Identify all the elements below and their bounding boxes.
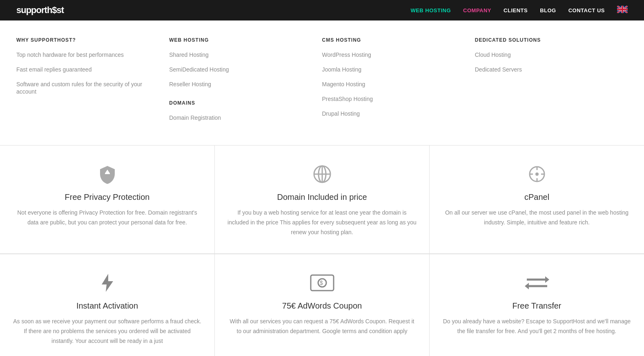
why-link-3[interactable]: Software and custom rules for the securi… <box>16 81 142 95</box>
activation-title: Instant Activation <box>12 301 202 311</box>
nav-item-blog[interactable]: BLOG <box>540 7 556 14</box>
col-why-title: WHY SUPPORTHOST? <box>16 37 161 43</box>
cms-link-1[interactable]: WordPress Hosting <box>322 51 371 58</box>
col-web-title: WEB HOSTING <box>169 37 314 43</box>
feature-card-privacy: Free Privacy Protection Not everyone is … <box>0 145 215 254</box>
features-row-2: Instant Activation As soon as we receive… <box>0 254 644 356</box>
flag-icon <box>617 6 628 13</box>
domain-title: Domain Included in price <box>227 193 417 202</box>
nav-item-contact[interactable]: CONTACT US <box>568 7 605 14</box>
why-link-1[interactable]: Top notch hardware for best performances <box>16 51 124 58</box>
col-dedicated-title: DEDICATED SOLUTIONS <box>475 37 619 43</box>
activation-desc: As soon as we receive your payment our s… <box>12 317 202 346</box>
list-item: SemiDedicated Hosting <box>169 66 314 73</box>
transfer-desc: Do you already have a website? Escape to… <box>442 317 632 336</box>
svg-marker-16 <box>545 276 549 283</box>
cpanel-desc: On all our server we use cPanel, the mos… <box>442 208 632 228</box>
domains-link-1[interactable]: Domain Registration <box>169 114 221 121</box>
feature-card-cpanel: cPanel On all our server we use cPanel, … <box>430 145 644 254</box>
list-item: Top notch hardware for best performances <box>16 51 161 58</box>
logo[interactable]: supporth$st <box>16 5 64 16</box>
dropdown-col-cms: CMS HOSTING WordPress Hosting Joomla Hos… <box>322 37 475 129</box>
nav-link-contact[interactable]: CONTACT US <box>568 7 605 13</box>
list-item: Joomla Hosting <box>322 66 467 73</box>
col-dedicated-list: Cloud Hosting Dedicated Servers <box>475 51 619 73</box>
money-icon: $ <box>227 271 417 295</box>
nav-flag[interactable] <box>617 6 628 15</box>
web-link-1[interactable]: Shared Hosting <box>169 51 209 58</box>
why-link-2[interactable]: Fast email replies guaranteed <box>16 66 91 73</box>
cms-link-2[interactable]: Joomla Hosting <box>322 66 362 73</box>
domains-section: DOMAINS Domain Registration <box>169 100 314 121</box>
svg-point-6 <box>535 172 539 176</box>
navbar: supporth$st WEB HOSTING COMPANY CLIENTS … <box>0 0 644 20</box>
feature-card-activation: Instant Activation As soon as we receive… <box>0 254 215 356</box>
list-item: Software and custom rules for the securi… <box>16 81 161 95</box>
col-why-list: Top notch hardware for best performances… <box>16 51 161 95</box>
nav-link-blog[interactable]: BLOG <box>540 7 556 13</box>
privacy-desc: Not everyone is offering Privacy Protect… <box>12 208 202 228</box>
col-cms-list: WordPress Hosting Joomla Hosting Magento… <box>322 51 467 117</box>
list-item: Reseller Hosting <box>169 81 314 88</box>
dropdown-col-why: WHY SUPPORTHOST? Top notch hardware for … <box>16 37 169 129</box>
nav-link-company[interactable]: COMPANY <box>463 7 491 13</box>
col-cms-title: CMS HOSTING <box>322 37 467 43</box>
list-item: Fast email replies guaranteed <box>16 66 161 73</box>
web-link-3[interactable]: Reseller Hosting <box>169 81 211 87</box>
nav-link-clients[interactable]: CLIENTS <box>504 7 528 13</box>
transfer-icon <box>442 271 632 295</box>
adwords-desc: With all our services you can request a … <box>227 317 417 336</box>
list-item: PrestaShop Hosting <box>322 95 467 103</box>
cms-link-3[interactable]: Magento Hosting <box>322 81 365 87</box>
domains-list: Domain Registration <box>169 114 314 121</box>
nav-link-web-hosting[interactable]: WEB HOSTING <box>410 7 451 13</box>
svg-marker-18 <box>525 283 529 289</box>
feature-card-transfer: Free Transfer Do you already have a webs… <box>430 254 644 356</box>
list-item: Shared Hosting <box>169 51 314 58</box>
shield-icon <box>12 162 202 186</box>
list-item: Drupal Hosting <box>322 110 467 117</box>
nav-item-clients[interactable]: CLIENTS <box>504 7 528 14</box>
svg-marker-11 <box>102 274 113 292</box>
nav-item-web-hosting[interactable]: WEB HOSTING <box>410 7 451 14</box>
svg-text:$: $ <box>320 280 323 286</box>
transfer-title: Free Transfer <box>442 301 632 311</box>
domain-icon <box>227 162 417 186</box>
cms-link-4[interactable]: PrestaShop Hosting <box>322 96 373 102</box>
list-item: Magento Hosting <box>322 81 467 88</box>
domains-title: DOMAINS <box>169 100 314 106</box>
cms-link-5[interactable]: Drupal Hosting <box>322 110 360 117</box>
adwords-title: 75€ AdWords Coupon <box>227 301 417 311</box>
privacy-title: Free Privacy Protection <box>12 193 202 202</box>
list-item: WordPress Hosting <box>322 51 467 58</box>
dropdown-col-dedicated: DEDICATED SOLUTIONS Cloud Hosting Dedica… <box>475 37 628 129</box>
bolt-icon <box>12 271 202 295</box>
nav-links: WEB HOSTING COMPANY CLIENTS BLOG CONTACT… <box>410 6 628 15</box>
list-item: Domain Registration <box>169 114 314 121</box>
nav-item-company[interactable]: COMPANY <box>463 7 491 14</box>
dedicated-link-2[interactable]: Dedicated Servers <box>475 66 522 73</box>
cpanel-icon <box>442 162 632 186</box>
feature-card-domain: Domain Included in price If you buy a we… <box>215 145 430 254</box>
dropdown-col-web: WEB HOSTING Shared Hosting SemiDedicated… <box>169 37 322 129</box>
dedicated-link-1[interactable]: Cloud Hosting <box>475 51 511 58</box>
features-row-1: Free Privacy Protection Not everyone is … <box>0 145 644 254</box>
col-web-list: Shared Hosting SemiDedicated Hosting Res… <box>169 51 314 88</box>
feature-card-adwords: $ 75€ AdWords Coupon With all our servic… <box>215 254 430 356</box>
web-link-2[interactable]: SemiDedicated Hosting <box>169 66 229 73</box>
mega-dropdown: WHY SUPPORTHOST? Top notch hardware for … <box>0 20 644 145</box>
list-item: Dedicated Servers <box>475 66 619 73</box>
domain-desc: If you buy a web hosting service for at … <box>227 208 417 237</box>
cpanel-title: cPanel <box>442 193 632 202</box>
list-item: Cloud Hosting <box>475 51 619 58</box>
